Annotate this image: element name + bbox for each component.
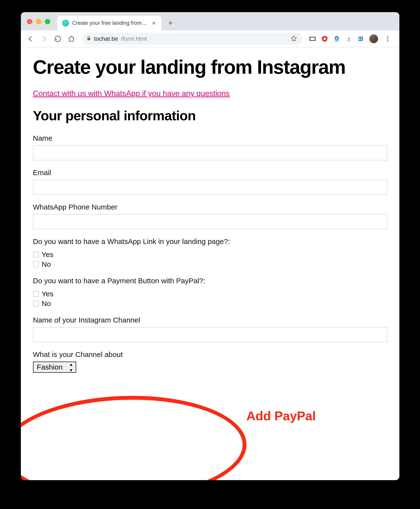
page-title: Create your landing from Instagram xyxy=(33,57,387,77)
home-button[interactable] xyxy=(66,33,77,44)
window-controls xyxy=(27,19,50,24)
whatsapp-link-yes-row: Yes xyxy=(33,250,387,259)
whatsapp-link-no-label: No xyxy=(42,260,51,268)
paypal-no-row: No xyxy=(33,299,387,308)
paypal-question-group: Do you want to have a Payment Button wit… xyxy=(33,277,387,308)
extension-badge-icon[interactable]: B xyxy=(333,35,341,43)
whatsapp-link-no-row: No xyxy=(33,260,387,268)
page-content: Create your landing from Instagram Conta… xyxy=(21,47,399,480)
svg-point-9 xyxy=(387,40,388,41)
reload-button[interactable] xyxy=(52,33,63,44)
new-tab-button[interactable]: + xyxy=(165,17,177,29)
svg-text:B: B xyxy=(336,37,338,40)
whatsapp-link-question: Do you want to have a WhatsApp Link in y… xyxy=(33,237,387,246)
profile-avatar[interactable] xyxy=(369,34,378,43)
browser-window: Create your free landing from Ins × + to… xyxy=(21,12,399,480)
browser-tab[interactable]: Create your free landing from Ins × xyxy=(57,16,162,30)
paypal-yes-checkbox[interactable] xyxy=(33,291,39,297)
instagram-channel-label: Name of your Instagram Channel xyxy=(33,316,387,324)
annotation-ellipse xyxy=(21,392,248,480)
svg-rect-4 xyxy=(335,40,338,41)
whatsapp-link-yes-checkbox[interactable] xyxy=(33,252,39,258)
whatsapp-phone-label: WhatsApp Phone Number xyxy=(33,203,387,211)
tab-favicon-icon xyxy=(62,20,69,26)
svg-point-8 xyxy=(387,38,388,39)
name-field-group: Name xyxy=(33,134,387,160)
channel-about-group: What is your Channel about Fashion ▴▾ xyxy=(33,350,387,373)
url-host: tochat.be xyxy=(94,35,118,42)
lock-icon xyxy=(86,36,91,42)
email-label: Email xyxy=(33,169,387,177)
ublock-icon[interactable] xyxy=(321,35,329,43)
download-icon[interactable] xyxy=(345,35,353,43)
url-path: /form.html xyxy=(121,35,147,42)
channel-about-label: What is your Channel about xyxy=(33,350,387,359)
section-title: Your personal information xyxy=(33,108,387,123)
chevron-updown-icon: ▴▾ xyxy=(70,361,72,373)
email-input[interactable] xyxy=(33,180,387,195)
tab-strip: Create your free landing from Ins × + xyxy=(21,12,399,30)
email-field-group: Email xyxy=(33,169,387,195)
name-input[interactable] xyxy=(33,145,387,160)
tab-close-button[interactable]: × xyxy=(151,19,156,27)
whatsapp-link-no-checkbox[interactable] xyxy=(33,261,39,267)
browser-menu-button[interactable] xyxy=(382,33,393,44)
paypal-no-checkbox[interactable] xyxy=(33,301,39,307)
window-close-button[interactable] xyxy=(27,19,32,24)
svg-text:81: 81 xyxy=(358,37,362,41)
window-minimize-button[interactable] xyxy=(36,19,41,24)
address-bar[interactable]: tochat.be/form.html xyxy=(82,33,302,45)
paypal-question: Do you want to have a Payment Button wit… xyxy=(33,277,387,285)
paypal-yes-label: Yes xyxy=(42,290,54,298)
whatsapp-phone-input[interactable] xyxy=(33,214,387,229)
browser-toolbar: tochat.be/form.html B 81 xyxy=(21,30,399,47)
paypal-no-label: No xyxy=(42,299,51,308)
contact-whatsapp-link[interactable]: Contact with us with WhatsApp if you hav… xyxy=(33,89,230,98)
svg-point-1 xyxy=(323,38,326,40)
whatsapp-field-group: WhatsApp Phone Number xyxy=(33,203,387,229)
whatsapp-link-yes-label: Yes xyxy=(42,250,54,259)
annotation-text: Add PayPal xyxy=(247,409,316,423)
instagram-channel-group: Name of your Instagram Channel xyxy=(33,316,387,342)
instagram-channel-input[interactable] xyxy=(33,327,387,342)
name-label: Name xyxy=(33,134,387,142)
whatsapp-link-question-group: Do you want to have a WhatsApp Link in y… xyxy=(33,237,387,268)
extension-icons: B 81 xyxy=(307,33,395,44)
back-button[interactable] xyxy=(25,33,36,44)
window-maximize-button[interactable] xyxy=(45,19,50,24)
forward-button[interactable] xyxy=(39,33,49,44)
tab-title: Create your free landing from Ins xyxy=(72,20,148,26)
svg-point-7 xyxy=(387,36,388,37)
extension-icon[interactable] xyxy=(309,35,316,43)
paypal-yes-row: Yes xyxy=(33,290,387,298)
channel-about-select[interactable]: Fashion ▴▾ xyxy=(33,362,76,373)
channel-about-value: Fashion xyxy=(37,363,63,371)
svg-rect-0 xyxy=(310,37,315,40)
extension-tag-icon[interactable]: 81 xyxy=(357,35,365,43)
bookmark-star-icon[interactable] xyxy=(291,35,297,42)
